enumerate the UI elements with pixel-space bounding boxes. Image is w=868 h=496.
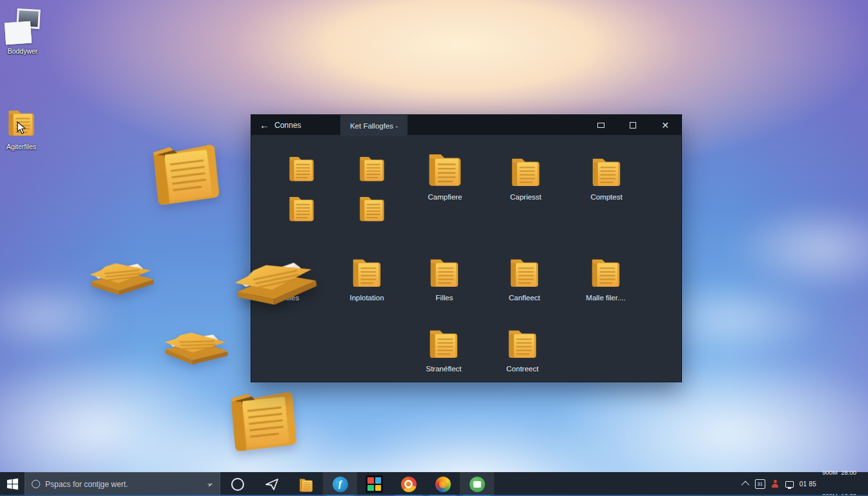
tray-chevron-up-icon[interactable] [741, 481, 749, 490]
folder-icon [287, 191, 316, 223]
taskbar-app-mail[interactable] [254, 472, 289, 496]
cortana-icon [231, 478, 244, 491]
folder-item[interactable]: Contreect [487, 324, 558, 373]
search-icon [32, 480, 40, 488]
search-input[interactable] [45, 480, 202, 489]
taskbar-app-firefox[interactable] [426, 472, 460, 496]
taskbar-app-whatsapp[interactable] [460, 472, 494, 496]
system-tray: 31 01 85 900M 28:00 000M 12:36 [743, 472, 868, 496]
folder-item[interactable]: Filles [409, 253, 480, 302]
start-button[interactable] [0, 472, 25, 496]
desktop-icon-folder[interactable]: Agiterfiles [0, 105, 43, 150]
windows-logo-icon [6, 478, 19, 490]
taskbar-clock[interactable]: 900M 28:00 000M 12:36 [822, 453, 856, 496]
desktop-icon-label: Agiterfiles [0, 143, 43, 150]
pen-icon: ➢ [205, 479, 214, 490]
folder-icon [428, 253, 460, 289]
folder-item[interactable]: Malle filer.... [570, 253, 641, 302]
taskbar-app-file-explorer[interactable] [289, 472, 323, 496]
minimize-button[interactable] [584, 115, 617, 135]
close-button[interactable]: ✕ [649, 115, 681, 135]
window-tab[interactable]: Ket Fallogfes - [340, 115, 408, 136]
folder-item[interactable]: Stranéflect [408, 324, 479, 373]
folder-icon [351, 253, 383, 289]
file-explorer-icon [298, 476, 314, 493]
taskbar-app-store[interactable] [357, 472, 391, 496]
photo-thumbnail-icon [5, 21, 32, 45]
folder-item[interactable] [266, 191, 337, 228]
folder-item[interactable]: Canfleect [489, 253, 560, 302]
desktop-icon-pictures[interactable]: Boddywer [1, 6, 44, 55]
folder-icon [358, 151, 386, 183]
network-icon[interactable] [785, 481, 794, 488]
folder-item[interactable] [336, 151, 408, 188]
folder-icon [508, 253, 541, 289]
clock-line-1: 900M 28:00 [822, 469, 856, 477]
dragged-folder-icon[interactable] [225, 236, 324, 315]
folder-icon [510, 152, 542, 189]
folder-item[interactable]: Campfiere [409, 147, 480, 201]
window-title: Connes [274, 121, 301, 130]
whatsapp-icon [470, 477, 485, 492]
folder-icon [426, 147, 464, 189]
folder-item[interactable] [336, 191, 408, 228]
folder-icon [428, 324, 460, 360]
folder-item[interactable]: Inplotation [331, 253, 402, 302]
mouse-cursor-icon [17, 121, 26, 135]
store-icon [366, 475, 383, 493]
folder-icon [590, 152, 623, 189]
folder-icon [358, 191, 386, 223]
chrome-icon [401, 477, 417, 492]
desktop-icon-label: Boddywer [1, 47, 44, 55]
folder-item[interactable]: Capriesst [490, 152, 561, 201]
taskbar: ➢ f 31 01 85 900M 28:00 000M 12:36 [0, 472, 868, 496]
desktop: Boddywer Agiterfiles ← Connes Ket Fallog… [0, 0, 868, 496]
floating-folder-icon [223, 378, 300, 455]
window-titlebar[interactable]: ← Connes Ket Fallogfes - ✕ [251, 115, 681, 135]
back-button[interactable]: ← [260, 115, 269, 135]
folder-item[interactable]: Comptest [571, 152, 642, 201]
firefox-icon [435, 477, 451, 492]
mail-icon [264, 477, 280, 492]
calendar-icon[interactable]: 31 [755, 479, 765, 489]
taskbar-app-chrome[interactable] [391, 472, 426, 496]
folder-icon [287, 151, 316, 183]
clock-line-2: 000M 12:36 [822, 492, 856, 496]
floating-folder-icon [86, 244, 159, 300]
folder-icon [506, 324, 539, 360]
maximize-button[interactable] [617, 115, 649, 135]
taskbar-app-edge[interactable]: f [323, 472, 357, 496]
floating-folder-icon [161, 314, 234, 369]
user-status-icon[interactable] [771, 480, 780, 488]
folder-item[interactable] [266, 151, 337, 188]
edge-icon: f [333, 477, 348, 492]
taskbar-search[interactable]: ➢ [25, 472, 220, 496]
tray-status-text: 01 85 [800, 480, 817, 488]
folder-icon [590, 253, 622, 289]
floating-folder-icon [145, 131, 222, 209]
taskbar-app-cortana[interactable] [220, 472, 254, 496]
